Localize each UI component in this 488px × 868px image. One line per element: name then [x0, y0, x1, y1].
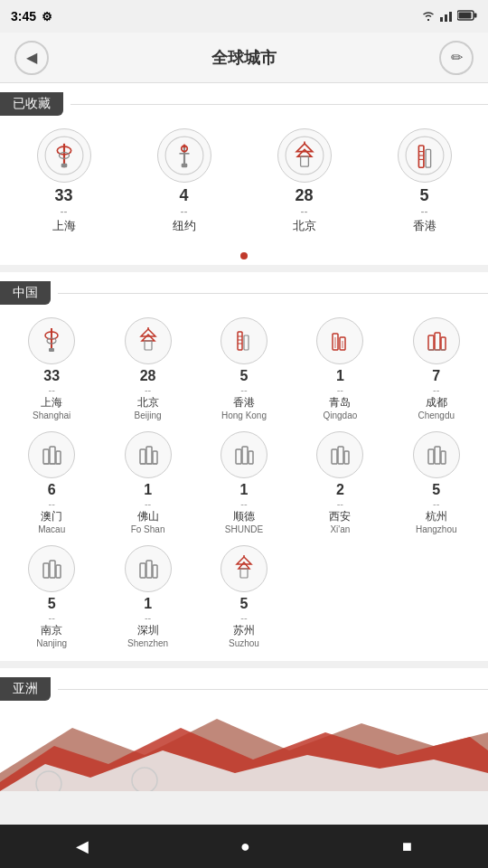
- city-icon-macau: [28, 431, 75, 478]
- city-count-beijing: 28: [140, 368, 156, 384]
- city-dash-nanjing: --: [49, 612, 55, 623]
- svg-rect-66: [43, 563, 49, 578]
- city-name-cn-shenzhen: 深圳: [137, 623, 159, 638]
- svg-rect-46: [435, 333, 440, 350]
- city-icon-shanghai: [28, 317, 75, 364]
- city-icon-suzhou: [221, 545, 267, 592]
- favorites-header: 已收藏: [0, 92, 63, 116]
- top-nav: ◀ 全球城市 ✏: [0, 33, 488, 83]
- city-name-en-shanghai: Shanghai: [33, 410, 70, 420]
- city-count-qingdao: 1: [336, 368, 344, 384]
- svg-rect-31: [49, 348, 54, 352]
- city-shanghai[interactable]: 33 -- 上海 Shanghai: [4, 312, 99, 426]
- city-nanjing[interactable]: 5 -- 南京 Nanjing: [4, 540, 99, 654]
- city-shenzhen[interactable]: 1 -- 深圳 Shenzhen: [99, 540, 195, 654]
- svg-rect-37: [244, 335, 249, 350]
- city-count-nanjing: 5: [48, 596, 56, 612]
- city-name-en-nanjing: Nanjing: [36, 638, 67, 648]
- city-name-en-suzhou: Suzhou: [229, 638, 259, 648]
- city-macau[interactable]: 6 -- 澳门 Macau: [4, 426, 99, 540]
- fav-count-beijing: 28: [295, 186, 313, 205]
- svg-rect-60: [332, 449, 337, 464]
- city-suzhou[interactable]: 5 -- 苏州 Suzhou: [196, 540, 292, 654]
- svg-rect-59: [249, 451, 253, 464]
- wifi-icon: [421, 9, 436, 24]
- city-name-cn-macau: 澳门: [41, 509, 62, 524]
- nav-recents-button[interactable]: ■: [384, 830, 430, 863]
- svg-rect-62: [344, 451, 349, 464]
- city-icon-chengdu: [413, 317, 460, 364]
- svg-rect-0: [440, 17, 443, 22]
- city-dash-shenzhen: --: [145, 612, 151, 623]
- fav-count-hongkong: 5: [419, 186, 428, 205]
- city-shunde[interactable]: 1 -- 顺德 SHUNDE: [196, 426, 292, 540]
- city-dash-xian: --: [337, 498, 343, 509]
- svg-rect-63: [428, 449, 434, 464]
- city-name-cn-shanghai: 上海: [41, 395, 62, 410]
- fav-city-newyork[interactable]: 4 -- 纽约: [124, 123, 244, 240]
- edit-icon: ✏: [451, 49, 463, 66]
- edit-button[interactable]: ✏: [439, 41, 474, 75]
- fav-dash-beijing: --: [301, 205, 308, 218]
- city-count-macau: 6: [48, 482, 56, 498]
- city-dash-macau: --: [49, 498, 55, 509]
- china-city-grid: 33 -- 上海 Shanghai 28 -- 北京 Bei: [0, 305, 488, 661]
- city-icon-hongkong: [221, 317, 267, 364]
- fav-dash-shanghai: --: [61, 205, 68, 218]
- fav-city-beijing[interactable]: 28 -- 北京: [244, 123, 364, 240]
- svg-marker-33: [142, 335, 155, 341]
- asia-header: 亚洲: [0, 677, 51, 701]
- fav-city-hongkong[interactable]: 5 -- 香港: [364, 123, 484, 240]
- city-hangzhou[interactable]: 5 -- 杭州 Hangzhou: [389, 426, 484, 540]
- city-name-en-hongkong: Hong Kong: [221, 410, 267, 420]
- svg-rect-51: [56, 451, 61, 464]
- city-name-en-macau: Macau: [38, 524, 65, 534]
- scroll-area[interactable]: 已收藏 33 -- 上海: [0, 83, 488, 825]
- svg-rect-74: [240, 569, 248, 578]
- nav-back-button[interactable]: ◀: [58, 829, 107, 863]
- city-count-hangzhou: 5: [432, 482, 440, 498]
- fav-dash-newyork: --: [181, 205, 188, 218]
- city-name-en-shunde: SHUNDE: [225, 524, 263, 534]
- svg-rect-4: [474, 14, 477, 18]
- city-icon-beijing: [125, 317, 172, 364]
- city-name-cn-qingdao: 青岛: [329, 395, 351, 410]
- city-icon-foshan: [125, 431, 172, 478]
- city-hongkong[interactable]: 5 -- 香港 Hong Kong: [196, 312, 292, 426]
- city-icon-shunde: [221, 431, 267, 478]
- city-dash-shanghai: --: [49, 384, 55, 395]
- svg-rect-64: [435, 447, 440, 464]
- svg-rect-16: [181, 164, 187, 167]
- city-name-en-xian: Xi'an: [330, 524, 350, 534]
- city-name-cn-hangzhou: 杭州: [426, 509, 447, 524]
- svg-rect-36: [238, 332, 242, 350]
- city-count-xian: 2: [336, 482, 344, 498]
- svg-rect-45: [428, 335, 434, 350]
- svg-rect-47: [441, 337, 446, 350]
- china-section: 中国 33 -- 上海 Shanghai: [0, 272, 488, 661]
- city-count-shunde: 1: [240, 482, 249, 498]
- fav-count-shanghai: 33: [54, 186, 72, 205]
- city-xian[interactable]: 2 -- 西安 Xi'an: [292, 426, 388, 540]
- city-qingdao[interactable]: 1 -- 青岛 Qingdao: [292, 312, 388, 426]
- bottom-nav: ◀ ● ■: [0, 825, 488, 868]
- status-bar: 3:45 ⚙: [0, 0, 488, 33]
- city-beijing[interactable]: 28 -- 北京 Beijing: [99, 312, 195, 426]
- svg-rect-34: [145, 341, 152, 350]
- fav-city-shanghai[interactable]: 33 -- 上海: [4, 123, 124, 240]
- city-foshan[interactable]: 1 -- 佛山 Fo Shan: [99, 426, 195, 540]
- city-count-suzhou: 5: [240, 596, 249, 612]
- back-button[interactable]: ◀: [14, 41, 49, 75]
- city-icon-nanjing: [28, 545, 75, 592]
- svg-rect-70: [146, 561, 152, 578]
- city-chengdu[interactable]: 7 -- 成都 Chengdu: [389, 312, 484, 426]
- nav-home-button[interactable]: ●: [222, 830, 268, 863]
- city-icon-qingdao: [316, 317, 363, 364]
- svg-rect-71: [153, 565, 157, 578]
- fav-icon-shanghai: [37, 128, 91, 183]
- mountain-decoration: [0, 701, 488, 791]
- svg-rect-10: [61, 164, 67, 167]
- city-name-cn-nanjing: 南京: [41, 623, 62, 638]
- svg-rect-68: [56, 565, 61, 578]
- china-divider: [58, 293, 488, 294]
